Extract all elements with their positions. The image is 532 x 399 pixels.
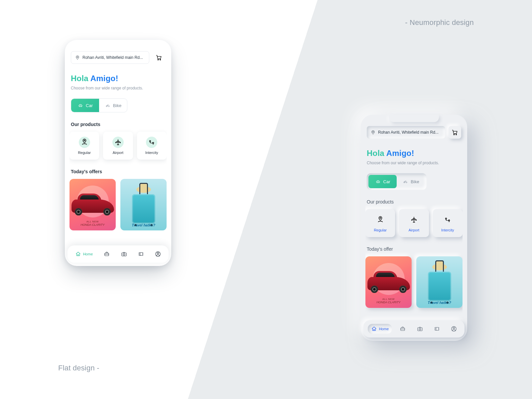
- briefcase-icon: [104, 251, 110, 257]
- cart-button[interactable]: [449, 126, 461, 139]
- neumorphic-design-label: - Neumorphic design: [405, 18, 474, 27]
- pin-icon: [75, 55, 80, 60]
- offer-card-travel[interactable]: Travel hatke?: [120, 179, 167, 230]
- home-icon: [371, 326, 377, 332]
- vehicle-toggle: Car Bike: [367, 173, 427, 190]
- cart-button[interactable]: [153, 51, 165, 64]
- offer-card-car[interactable]: ALL NEWHONDA CLARITY: [365, 256, 412, 308]
- suitcase-illustration: [132, 194, 155, 223]
- pin-icon: [371, 130, 375, 135]
- neumorphic-phone-frame: Rohan Avriti, Whitefield main Rd... Hola…: [361, 115, 467, 341]
- vehicle-toggle: Car Bike: [71, 98, 127, 112]
- tab-ticket[interactable]: [135, 249, 147, 259]
- product-label: Regular: [78, 151, 91, 155]
- regular-icon: [81, 139, 88, 146]
- tab-home[interactable]: Home: [368, 324, 392, 334]
- greeting-subline: Choose from our wide range of products.: [71, 86, 165, 90]
- ticket-icon: [138, 251, 144, 257]
- tab-camera[interactable]: [414, 324, 426, 334]
- user-icon: [155, 251, 161, 257]
- products-heading: Our products: [367, 199, 461, 204]
- car-illustration: [367, 277, 410, 290]
- car-illustration: [71, 200, 114, 213]
- airport-icon: [410, 216, 418, 223]
- greeting-subline: Choose from our wide range of products.: [367, 161, 461, 165]
- tab-bar: Home: [363, 320, 465, 337]
- tab-briefcase[interactable]: [100, 249, 113, 259]
- toggle-car[interactable]: Car: [71, 99, 99, 112]
- offers-heading: Today's offer: [367, 246, 461, 252]
- intercity-icon: [444, 216, 451, 223]
- toggle-car[interactable]: Car: [368, 175, 397, 188]
- tab-camera[interactable]: [118, 249, 130, 259]
- camera-icon: [417, 326, 423, 332]
- product-airport[interactable]: Airport: [103, 132, 133, 160]
- suitcase-illustration: [428, 272, 451, 301]
- flat-phone-frame: Rohan Avriti, Whitefield main Rd... Hola…: [65, 40, 171, 266]
- toggle-bike[interactable]: Bike: [397, 175, 425, 188]
- tab-ticket[interactable]: [431, 324, 443, 334]
- product-label: Airport: [409, 228, 419, 232]
- location-text: Rohan Avriti, Whitefield main Rd...: [82, 55, 143, 60]
- bike-icon: [402, 179, 408, 184]
- tab-profile[interactable]: [448, 324, 460, 334]
- home-icon: [75, 251, 81, 257]
- car-icon: [375, 179, 381, 184]
- location-text: Rohan Avriti, Whitefield main Rd...: [378, 130, 439, 135]
- flat-design-label: Flat design -: [58, 364, 99, 372]
- cart-icon: [156, 54, 162, 61]
- airport-icon: [114, 139, 122, 146]
- tab-briefcase[interactable]: [396, 324, 409, 334]
- offer-card-car[interactable]: ALL NEWHONDA CLARITY: [69, 179, 116, 230]
- tab-bar: Home: [67, 245, 169, 263]
- product-regular[interactable]: Regular: [69, 132, 99, 160]
- product-label: Intercity: [145, 151, 158, 155]
- offer-card-travel[interactable]: Travel hatke?: [416, 256, 463, 308]
- greeting-heading: Hola Amigo!: [71, 74, 165, 83]
- regular-icon: [377, 216, 384, 223]
- tab-profile[interactable]: [152, 249, 164, 259]
- intercity-icon: [148, 139, 155, 146]
- user-icon: [451, 326, 457, 332]
- product-label: Regular: [374, 228, 387, 232]
- briefcase-icon: [400, 326, 406, 332]
- toggle-bike[interactable]: Bike: [99, 99, 127, 112]
- product-intercity[interactable]: Intercity: [433, 209, 463, 237]
- greeting-heading: Hola Amigo!: [367, 149, 461, 158]
- product-label: Intercity: [441, 228, 454, 232]
- product-label: Airport: [113, 151, 123, 155]
- product-regular[interactable]: Regular: [365, 209, 395, 237]
- location-field[interactable]: Rohan Avriti, Whitefield main Rd...: [367, 126, 445, 139]
- ticket-icon: [434, 326, 440, 332]
- tab-home[interactable]: Home: [72, 249, 96, 259]
- product-airport[interactable]: Airport: [399, 209, 429, 237]
- car-icon: [77, 103, 83, 108]
- product-intercity[interactable]: Intercity: [137, 132, 167, 160]
- offers-heading: Today's offers: [71, 169, 165, 174]
- cart-icon: [452, 129, 458, 136]
- camera-icon: [121, 251, 127, 257]
- products-heading: Our products: [71, 122, 165, 127]
- location-field[interactable]: Rohan Avriti, Whitefield main Rd...: [71, 51, 149, 64]
- bike-icon: [105, 103, 111, 108]
